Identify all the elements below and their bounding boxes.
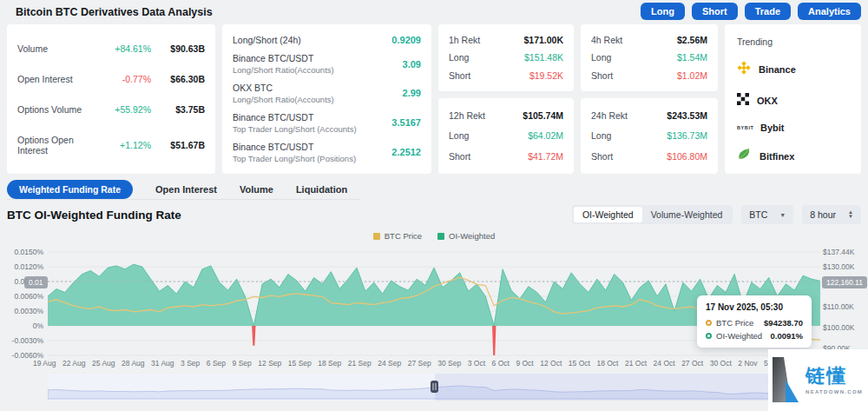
rekt-long-value: $136.73M [667,130,707,141]
ratio-row: Binance BTC/USDT Long/Short Ratio(Accoun… [233,53,421,75]
metric-label: Open Interest [17,74,101,84]
ratio-sublabel: Long/Short Ratio(Accounts) [233,65,403,75]
interval-select-value: 8 hour [810,209,836,220]
trending-item-binance[interactable]: Binance [737,61,849,78]
x-axis-tick: 24 Oct [654,359,675,368]
y-right-tick: $100.00K [823,323,866,332]
tooltip-datetime: 17 Nov 2025, 05:30 [706,302,803,312]
metric-row-options-open-interest: Options Open Interest +1.12% $51.67B [17,135,205,156]
x-axis-tick: 21 Oct [625,359,647,368]
rekt-title: 24h Rekt [591,110,667,121]
rekt-long-label: Long [591,52,677,63]
tooltip-label: OI-Weighted [716,331,762,341]
tooltip-value: $94238.70 [764,318,803,328]
x-axis-tick: 9 Sep [233,359,252,368]
rekt-total: $2.56M [677,35,707,45]
y-left-tick: 0.0060% [2,292,43,301]
tab-weighted-funding-rate[interactable]: Weighted Funding Rate [7,180,133,199]
x-axis-tick: 24 Sep [378,359,401,368]
weighting-toggle: OI-Weighted Volume-Weighted [572,205,733,224]
legend-oi-weighted[interactable]: OI-Weighted [437,231,495,241]
binance-icon [737,61,751,78]
metric-row-volume: Volume +84.61% $90.63B [17,43,205,54]
metric-row-options-volume: Options Volume +55.92% $3.75B [17,104,205,115]
ratio-label: Long/Short (24h) [233,35,391,45]
x-axis-tick: 12 Sep [258,359,281,368]
watermark-name: 链懂 [806,367,863,386]
navigator-handle[interactable] [431,381,438,393]
market-metrics-card: Volume +84.61% $90.63B Open Interest -0.… [7,24,215,174]
rekt-title: 1h Rekt [449,35,523,45]
bybit-icon: BYBIT [737,125,753,130]
long-button[interactable]: Long [641,3,685,20]
tab-volume[interactable]: Volume [240,184,273,195]
rekt-card-1h: 1h Rekt$171.00K Long$151.48K Short$19.52… [438,24,574,91]
legend-btc-price[interactable]: BTC Price [373,231,422,241]
x-axis-tick: 18 Oct [596,359,618,368]
chart-range-navigator[interactable] [48,372,820,403]
page-title: Bitcoin BTC Derivatives Data Analysis [16,6,213,18]
rekt-long-label: Long [591,130,667,141]
short-button[interactable]: Short [692,3,738,20]
x-axis-tick: 19 Aug [33,359,56,368]
rekt-total: $105.74M [523,110,563,121]
trending-item-bybit[interactable]: BYBIT Bybit [737,123,849,133]
volume-weighted-option[interactable]: Volume-Weighted [642,207,732,222]
ratio-label: OKX BTC [233,83,403,93]
ratio-value: 3.5167 [391,117,421,128]
rekt-short-label: Short [591,151,667,162]
metric-value: $66.30B [151,74,205,84]
right-crosshair-badge: 122,160.11 [822,276,867,288]
rekt-short-label: Short [449,151,528,162]
rekt-total: $171.00K [523,35,563,45]
symbol-select[interactable]: BTC ▼ [741,205,793,224]
x-axis-tick: 25 Aug [92,359,115,368]
x-axis-tick: 12 Oct [540,359,562,368]
rekt-short-value: $1.02M [677,70,707,81]
x-axis-tick: 2 Nov [738,359,757,368]
rekt-short-label: Short [591,70,677,81]
x-axis-tick: 15 Sep [288,359,312,368]
x-axis-tick: 28 Aug [122,359,144,368]
rekt-short-value: $106.80M [667,151,707,162]
chevron-down-icon: ▼ [779,212,786,218]
btc-price-swatch-icon [373,233,380,240]
trending-item-bitfinex[interactable]: Bitfinex [737,147,849,165]
oi-weighted-dot-icon [706,333,712,339]
trade-button[interactable]: Trade [745,3,791,20]
trending-item-okx[interactable]: OKX [737,93,849,109]
rekt-short-label: Short [449,70,529,81]
oi-weighted-option[interactable]: OI-Weighted [574,207,642,222]
tooltip-row-btc-price: BTC Price $94238.70 [706,318,803,328]
x-axis-tick: 6 Sep [207,359,226,368]
rekt-long-label: Long [449,130,528,141]
x-axis-tick: 22 Aug [62,359,85,368]
watermark-domain: NEATDOWN.COM [806,389,863,394]
trending-item-label: Bitfinex [760,151,794,162]
tab-open-interest[interactable]: Open Interest [155,184,217,195]
neatdown-watermark: 链懂 NEATDOWN.COM [768,349,868,411]
navigator-selection [435,374,820,401]
trending-item-label: Binance [759,64,796,75]
trending-item-label: Bybit [760,123,785,133]
chart-tooltip: 17 Nov 2025, 05:30 BTC Price $94238.70 O… [697,295,812,348]
x-axis-tick: 31 Aug [151,359,174,368]
y-left-tick: 0.0120% [2,262,43,271]
tab-liquidation[interactable]: Liquidation [296,184,347,195]
long-short-ratios-card: Long/Short (24h) 0.9209 Binance BTC/USDT… [222,24,431,174]
x-axis-tick: 21 Sep [348,359,372,368]
x-axis-tick: 27 Sep [408,359,431,368]
x-axis-labels: 19 Aug22 Aug25 Aug28 Aug31 Aug3 Sep6 Sep… [33,359,838,368]
rekt-title: 4h Rekt [591,35,677,45]
symbol-select-value: BTC [749,209,767,220]
ratio-value: 2.99 [403,88,421,98]
analytics-button[interactable]: Analytics [798,3,861,20]
rekt-total: $243.53M [667,110,707,121]
ratio-row: OKX BTC Long/Short Ratio(Accounts) 2.99 [233,83,421,104]
y-left-tick: 0% [2,322,43,330]
metric-label: Options Volume [17,104,101,115]
chart-tabs: Weighted Funding Rate Open Interest Volu… [7,179,359,200]
interval-select[interactable]: 8 hour ▲▼ [802,205,861,224]
ratio-value: 0.9209 [391,35,421,45]
x-axis-tick: 3 Sep [181,359,200,368]
